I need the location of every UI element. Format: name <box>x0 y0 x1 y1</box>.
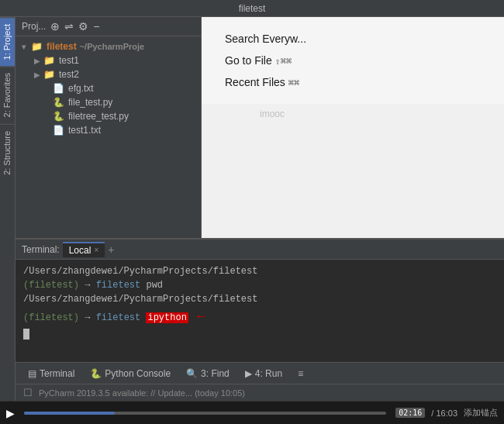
play-button[interactable]: ▶ <box>6 407 15 419</box>
tree-item-filetree-test[interactable]: 🐍 filetree_test.py <box>16 109 201 123</box>
status-text: PyCharm 2019.3.5 available: // Update...… <box>39 388 245 398</box>
terminal-content: /Users/zhangdewei/PycharmProjects/filete… <box>16 260 504 362</box>
tree-item-test2[interactable]: ▶ 📁 test2 <box>16 67 201 81</box>
terminal-panel: Terminal: Local × + /Users/zhangdewei/Py… <box>16 238 504 362</box>
term-path-1: /Users/zhangdewei/PycharmProjects/filete… <box>23 266 257 277</box>
panel-title: Proj... <box>22 21 46 32</box>
term-line-3: /Users/zhangdewei/PycharmProjects/filete… <box>23 292 496 306</box>
term-line-4: (filetest) → filetest ipython ← <box>23 306 496 327</box>
video-controls: ▶ 02:16 / 16:03 添加锚点 <box>0 401 504 424</box>
term-prompt-4: (filetest) <box>23 312 79 323</box>
tree-item-test1[interactable]: ▶ 📁 test1 <box>16 53 201 67</box>
term-cursor-line <box>23 327 496 341</box>
status-checkbox: ☐ <box>23 387 33 398</box>
tab-run[interactable]: ▶ 4: Run <box>239 367 288 381</box>
term-highlight-ipython: ipython <box>146 312 188 323</box>
tab-menu[interactable]: ≡ <box>292 367 309 381</box>
file-tree: ▾ 📁 filetest ~/PycharmProje ▶ 📁 test1 <box>16 36 201 238</box>
progress-fill <box>24 412 115 415</box>
title-bar: filetest <box>0 0 504 17</box>
menu-icon: ≡ <box>298 368 303 379</box>
terminal-tabs: Terminal: Local × + <box>16 240 504 260</box>
title-text: filetest <box>239 3 266 14</box>
progress-bar[interactable] <box>24 412 386 415</box>
tab-local[interactable]: Local × <box>63 242 105 257</box>
content-area: 1: Project 2: Favorites 2: Structure Pro… <box>0 17 504 401</box>
term-line-1: /Users/zhangdewei/PycharmProjects/filete… <box>23 264 496 278</box>
tab-terminal[interactable]: ▤ Terminal <box>22 367 81 381</box>
search-everywhere[interactable]: Search Everyw... <box>225 33 481 45</box>
tree-root[interactable]: ▾ 📁 filetest ~/PycharmProje <box>16 40 201 53</box>
tree-item-file-test[interactable]: 🐍 file_test.py <box>16 95 201 109</box>
find-icon: 🔍 <box>186 368 198 379</box>
tree-item-test1-txt[interactable]: 📄 test1.txt <box>16 123 201 137</box>
tab-python-console[interactable]: 🐍 Python Console <box>84 367 177 381</box>
watermark: imooc <box>260 109 285 119</box>
video-time: / 16:03 <box>431 408 457 418</box>
run-icon: ▶ <box>245 368 252 379</box>
sync-icon[interactable]: ⇌ <box>64 20 74 33</box>
project-panel: Proj... ⊕ ⇌ ⚙ − ▾ 📁 filetest ~/PycharmPr… <box>16 17 202 238</box>
term-dir-4: filetest <box>96 312 147 323</box>
tab-find[interactable]: 🔍 3: Find <box>180 367 236 381</box>
goto-file[interactable]: Go to File ⇧⌘⌘ <box>225 54 481 67</box>
settings-icon[interactable]: ⚙ <box>78 20 88 33</box>
tree-item-efg[interactable]: 📄 efg.txt <box>16 81 201 95</box>
time-badge: 02:16 <box>395 408 425 418</box>
arrow-annotation: ← <box>197 309 205 324</box>
terminal-label: Terminal: <box>22 244 60 255</box>
tab-close-icon[interactable]: × <box>94 246 98 254</box>
add-point-button[interactable]: 添加锚点 <box>464 407 498 419</box>
search-overlay: imooc Search Everyw... Go to File ⇧⌘⌘ Re… <box>202 17 504 104</box>
tab-add-icon[interactable]: + <box>105 243 117 256</box>
sidebar-item-favorites[interactable]: 2: Favorites <box>0 66 15 123</box>
sidebar-item-project[interactable]: 1: Project <box>0 17 15 66</box>
bottom-toolbar: ▤ Terminal 🐍 Python Console 🔍 3: Find ▶ … <box>16 362 504 384</box>
status-bar: ☐ PyCharm 2019.3.5 available: // Update.… <box>16 384 504 401</box>
terminal-icon: ▤ <box>28 368 36 379</box>
term-path-3: /Users/zhangdewei/PycharmProjects/filete… <box>23 294 257 305</box>
left-tabs: 1: Project 2: Favorites 2: Structure <box>0 17 16 401</box>
ide-container: filetest 1: Project 2: Favorites 2: Stru… <box>0 0 504 424</box>
globe-icon[interactable]: ⊕ <box>50 20 60 33</box>
term-cursor <box>23 329 29 340</box>
right-panel: imooc Search Everyw... Go to File ⇧⌘⌘ Re… <box>202 17 504 238</box>
panel-toolbar: Proj... ⊕ ⇌ ⚙ − <box>16 17 201 36</box>
sidebar-item-structure[interactable]: 2: Structure <box>0 124 15 181</box>
python-console-icon: 🐍 <box>90 368 102 379</box>
collapse-icon[interactable]: − <box>93 20 99 33</box>
recent-files[interactable]: Recent Files ⌘⌘ <box>225 76 481 88</box>
term-dir-2: filetest <box>96 280 147 291</box>
term-line-2: (filetest) → filetest pwd <box>23 278 496 292</box>
top-split: Proj... ⊕ ⇌ ⚙ − ▾ 📁 filetest ~/PycharmPr… <box>16 17 504 238</box>
term-prompt-2: (filetest) <box>23 280 79 291</box>
